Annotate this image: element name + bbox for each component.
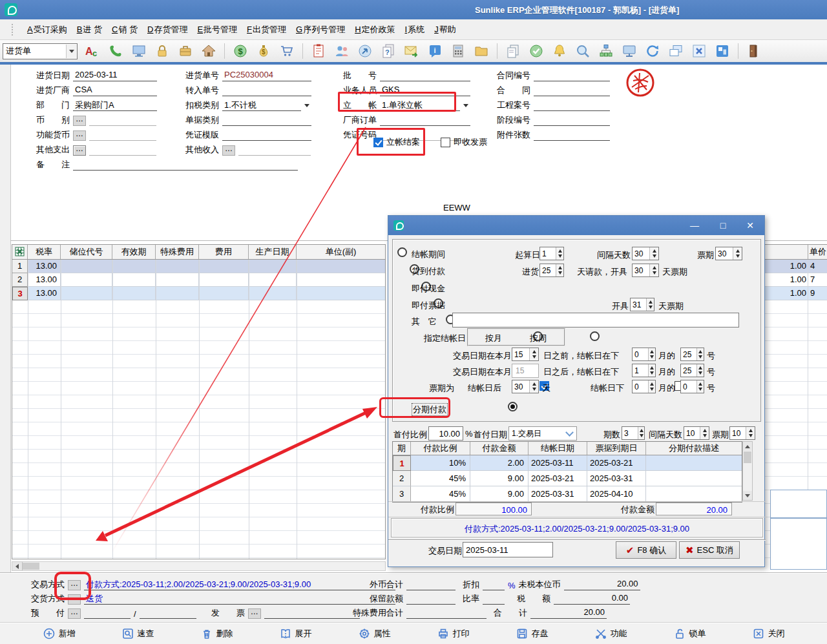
phone-icon[interactable] — [107, 43, 124, 59]
refresh-icon[interactable] — [644, 43, 661, 59]
radio-settle-period[interactable] — [397, 247, 407, 257]
calculator-icon[interactable] — [450, 43, 466, 59]
window-icon[interactable] — [714, 43, 731, 59]
menu-item-inventory[interactable]: D存货管理 — [147, 24, 187, 36]
print-button[interactable]: 打印 — [437, 627, 470, 640]
maximize-icon[interactable]: □ — [710, 216, 736, 235]
before-day-spinner[interactable]: 15 — [512, 348, 539, 361]
display-icon[interactable] — [621, 43, 638, 59]
cancel-button[interactable]: ✖ESC 取消 — [679, 541, 740, 559]
lock-order-button[interactable]: 锁单 — [673, 627, 706, 640]
discount-input[interactable] — [483, 579, 505, 590]
order-no-input[interactable]: PC25030004 — [222, 70, 311, 81]
minimize-icon[interactable]: — — [682, 216, 707, 235]
prepay-input1[interactable] — [84, 607, 131, 619]
close-button[interactable]: 关闭 — [752, 627, 785, 640]
settle-next-month-spinner[interactable]: 0 — [632, 380, 656, 393]
down-pct-input[interactable]: 10.00 — [428, 426, 463, 441]
copy-icon[interactable] — [505, 43, 521, 59]
radio-weekly[interactable] — [590, 331, 600, 341]
after-dayofmonth-spinner[interactable]: 25 — [680, 364, 704, 377]
col-tax-rate[interactable]: 税率 — [28, 245, 61, 259]
other-expense-input[interactable] — [89, 144, 156, 156]
dollar-icon[interactable]: $ — [232, 43, 249, 59]
stage-no-input[interactable] — [534, 114, 610, 126]
bell-icon[interactable] — [551, 43, 568, 59]
scroll-left-icon[interactable] — [12, 562, 23, 570]
delete-button[interactable]: 删除 — [200, 627, 233, 640]
menu-item-help[interactable]: J帮助 — [434, 24, 456, 36]
info-icon[interactable]: i — [426, 43, 443, 59]
delivery-mode-picker[interactable]: … — [68, 594, 81, 605]
other-income-input[interactable] — [238, 144, 311, 156]
before-dayofmonth-spinner[interactable]: 25 — [680, 348, 704, 361]
menu-item-pricing[interactable]: H定价政策 — [355, 24, 395, 36]
account-closed-checkbox[interactable] — [373, 138, 383, 147]
radio-installment[interactable] — [508, 402, 518, 411]
excel-icon[interactable] — [12, 245, 28, 259]
ticket-period-spinner[interactable]: 30 — [715, 247, 742, 260]
menu-item-batch[interactable]: E批号管理 — [197, 24, 237, 36]
other-terms-input[interactable] — [452, 313, 739, 327]
attachments-input[interactable] — [534, 129, 610, 141]
other-expense-picker[interactable]: … — [73, 145, 86, 156]
contract-no-input[interactable] — [534, 70, 610, 81]
menu-item-system[interactable]: I系统 — [405, 24, 425, 36]
scrollbar-thumb[interactable] — [23, 563, 39, 570]
note-open-spinner[interactable]: 31 — [630, 298, 654, 311]
periods-spinner[interactable]: 3 — [622, 426, 645, 440]
functions-button[interactable]: 功能 — [594, 627, 627, 640]
installment-row[interactable]: 3 45% 9.00 2025-03-31 2025-04-10 — [393, 486, 742, 502]
folder-icon[interactable] — [473, 43, 490, 59]
save-button[interactable]: 存盘 — [516, 627, 549, 640]
inst-interval-spinner[interactable]: 10 — [684, 426, 709, 440]
salesman-input[interactable]: GKS — [380, 85, 470, 96]
link-icon[interactable] — [357, 43, 373, 59]
check-icon[interactable] — [528, 43, 545, 59]
prepay-picker[interactable]: … — [68, 608, 81, 619]
users-icon[interactable] — [333, 43, 350, 59]
properties-button[interactable]: 属性 — [358, 627, 391, 640]
scroll-up-icon[interactable] — [743, 442, 752, 451]
transfer-no-input[interactable] — [222, 85, 311, 96]
confirm-button[interactable]: ✔F8 确认 — [616, 541, 676, 559]
combo-dropdown-icon[interactable] — [66, 45, 77, 58]
col-bin-code[interactable]: 储位代号 — [61, 245, 112, 259]
inst-ticket-spinner[interactable]: 10 — [729, 426, 755, 440]
ratio-input[interactable] — [483, 593, 505, 605]
batch-no-input[interactable] — [380, 70, 470, 81]
account-mode-combo[interactable]: 1.单张立帐 — [380, 99, 460, 111]
tax-type-combo[interactable]: 1.不计税 — [222, 99, 301, 111]
interval-days-spinner[interactable]: 30 — [632, 247, 659, 260]
ticket-after-spinner[interactable]: 30 — [512, 380, 539, 393]
contract-input[interactable] — [534, 85, 610, 96]
installment-row[interactable]: 2 45% 9.00 2025-03-21 2025-03-31 — [393, 471, 742, 486]
installment-scrollbar[interactable] — [742, 441, 753, 501]
remark-input[interactable] — [73, 159, 298, 171]
cart-icon[interactable] — [278, 43, 295, 59]
new-button[interactable]: 新增 — [43, 627, 76, 640]
installment-row-selected[interactable]: 1 10% 2.00 2025-03-11 2025-03-21 — [393, 455, 742, 471]
menu-item-serial[interactable]: G序列号管理 — [296, 24, 345, 36]
settle-next-day-spinner[interactable]: 0 — [680, 380, 704, 393]
purchase-day-spinner[interactable]: 25 — [539, 264, 564, 277]
computer-icon[interactable] — [131, 43, 147, 59]
prepay-input2[interactable] — [140, 607, 196, 619]
col-validity[interactable]: 有效期 — [112, 245, 156, 259]
account-mode-dropdown-icon[interactable] — [463, 104, 468, 107]
closex-icon[interactable] — [691, 43, 707, 59]
invoice-received-checkbox[interactable] — [441, 138, 450, 147]
after-month-spinner[interactable]: 1 — [632, 364, 656, 377]
abc-icon[interactable]: Ac — [84, 43, 101, 59]
scroll-down-icon[interactable] — [743, 491, 752, 500]
supplier-input[interactable]: CSA — [73, 85, 157, 96]
trade-mode-picker[interactable]: … — [68, 580, 81, 590]
menu-item-purchase-in[interactable]: B进 货 — [77, 24, 102, 36]
home-icon[interactable] — [200, 43, 217, 59]
search-icon[interactable] — [574, 43, 591, 59]
menu-item-purchase-order[interactable]: A受订采购 — [27, 24, 67, 36]
retain-input[interactable] — [406, 593, 455, 605]
doc-class-input[interactable] — [222, 114, 311, 126]
currency-input[interactable] — [89, 114, 156, 126]
other-income-picker[interactable]: … — [222, 145, 235, 156]
